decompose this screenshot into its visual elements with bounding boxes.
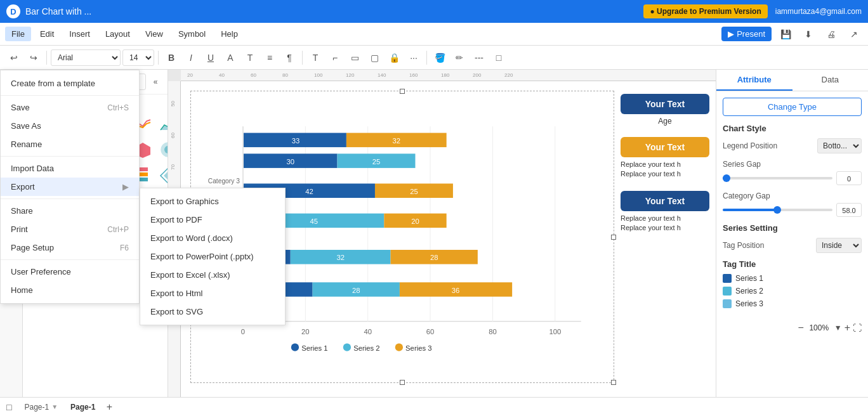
handle-top[interactable]: [400, 89, 405, 94]
fullscreen-icon[interactable]: ⛶: [853, 323, 862, 333]
export-pdf[interactable]: Export to PDF: [140, 211, 285, 229]
border-button[interactable]: □: [490, 49, 508, 67]
bold-button[interactable]: B: [162, 49, 180, 67]
svg-text:50: 50: [170, 101, 176, 107]
menu-item-file[interactable]: File: [5, 27, 31, 41]
menu-item-symbol[interactable]: Symbol: [172, 27, 212, 41]
series-1-label: Series 1: [735, 274, 763, 283]
svg-text:30: 30: [287, 158, 295, 166]
connector-button[interactable]: ⌐: [326, 49, 344, 67]
change-type-button[interactable]: Change Type: [723, 98, 862, 116]
file-menu-export[interactable]: Export ▶: [1, 178, 139, 196]
lock-button[interactable]: 🔒: [385, 49, 403, 67]
dash-button[interactable]: ---: [470, 49, 488, 67]
export-powerpoint[interactable]: Export to PowerPoint (.pptx): [140, 247, 285, 266]
series-gap-slider[interactable]: [723, 177, 832, 179]
chevron-down-icon[interactable]: ▼: [834, 323, 842, 332]
file-menu-save-as[interactable]: Save As: [1, 117, 139, 135]
file-menu-sep-4: [1, 259, 139, 260]
menu-item-insert[interactable]: Insert: [63, 27, 96, 41]
menu-item-layout[interactable]: Layout: [99, 27, 136, 41]
shape-round-button[interactable]: ▢: [365, 49, 383, 67]
svg-marker-36: [164, 171, 168, 180]
file-menu-save[interactable]: Save Ctrl+S: [1, 98, 139, 117]
file-menu-sep-1: [1, 95, 139, 96]
undo-button[interactable]: ↩: [5, 49, 23, 67]
series-gap-slider-container: 0: [723, 171, 862, 185]
upgrade-button[interactable]: ● Upgrade to Premium Version: [643, 4, 767, 18]
shape-rect-button[interactable]: ▭: [346, 49, 364, 67]
svg-text:220: 220: [504, 72, 513, 78]
series-3-color: [723, 299, 732, 308]
toolbar-sep-4: [426, 51, 427, 65]
italic-button[interactable]: I: [182, 49, 200, 67]
svg-text:33: 33: [292, 137, 300, 145]
svg-text:80: 80: [282, 72, 288, 78]
handle-bottom[interactable]: [400, 380, 405, 385]
export-graphics[interactable]: Export to Graphics: [140, 192, 285, 211]
tab-data[interactable]: Data: [792, 70, 869, 91]
underline-button[interactable]: U: [202, 49, 220, 67]
legend-position-select[interactable]: Botto... Top Left Right None: [817, 138, 862, 153]
menu-item-view[interactable]: View: [139, 27, 169, 41]
file-menu-share[interactable]: Share: [1, 202, 139, 220]
zoom-plus-icon[interactable]: +: [845, 322, 850, 334]
svg-text:40: 40: [219, 72, 225, 78]
export-html[interactable]: Export to Html: [140, 284, 285, 302]
menu-item-edit[interactable]: Edit: [34, 27, 60, 41]
present-button[interactable]: ▶ Present: [721, 27, 772, 41]
more-button[interactable]: ···: [405, 49, 423, 67]
redo-button[interactable]: ↪: [25, 49, 43, 67]
handle-right[interactable]: [611, 235, 616, 240]
text-button[interactable]: T: [241, 49, 259, 67]
shape-item[interactable]: [157, 139, 168, 160]
present-icon: ▶: [728, 29, 734, 39]
page-tab-arrow-icon[interactable]: ▼: [51, 403, 58, 410]
file-menu-print[interactable]: Print Ctrl+P: [1, 220, 139, 238]
file-menu-sep-3: [1, 198, 139, 199]
menu-item-help[interactable]: Help: [214, 27, 244, 41]
tag-position-select[interactable]: Inside Outside None: [816, 238, 862, 253]
text-card-1: Your Text Age: [621, 94, 709, 126]
series-2-color: [723, 287, 732, 296]
tab-attribute[interactable]: Attribute: [716, 70, 792, 91]
text-box-button[interactable]: T: [306, 49, 324, 67]
file-menu-rename[interactable]: Rename: [1, 135, 139, 153]
line-button[interactable]: ✏: [450, 49, 468, 67]
paragraph-button[interactable]: ¶: [280, 49, 298, 67]
tag-position-row: Tag Position Inside Outside None: [723, 238, 862, 253]
font-size-select[interactable]: 14: [122, 49, 154, 66]
font-family-select[interactable]: Arial: [51, 49, 121, 66]
series-setting-title: Series Setting: [723, 223, 862, 233]
file-menu-create[interactable]: Create from a template: [1, 74, 139, 93]
zoom-minus-icon[interactable]: −: [798, 322, 803, 334]
category-gap-slider[interactable]: [723, 209, 832, 211]
collapse-icon[interactable]: «: [148, 75, 162, 89]
print-icon[interactable]: 🖨: [822, 25, 840, 43]
file-menu-home[interactable]: Home: [1, 281, 139, 299]
text-card-3-subtitle: Replace your text hReplace your text h: [621, 214, 709, 233]
add-page-button[interactable]: +: [103, 401, 115, 413]
series-gap-thumb[interactable]: [723, 174, 730, 182]
text-card-2-title: Your Text: [621, 137, 709, 157]
fill-button[interactable]: 🪣: [431, 49, 449, 67]
category-gap-thumb[interactable]: [773, 206, 781, 214]
download-icon[interactable]: ⬇: [799, 25, 817, 43]
shape-item[interactable]: [157, 164, 168, 186]
shape-item[interactable]: [157, 114, 168, 135]
align-button[interactable]: ≡: [261, 49, 279, 67]
export-excel[interactable]: Export to Excel (.xlsx): [140, 266, 285, 284]
export-arrow-icon: ▶: [122, 182, 129, 192]
font-color-button[interactable]: A: [221, 49, 239, 67]
text-card-3-title: Your Text: [621, 191, 709, 211]
handle-bottom-right[interactable]: [611, 380, 616, 385]
page-1-tab[interactable]: Page-1 ▼: [19, 401, 63, 413]
file-menu-user-pref[interactable]: User Preference: [1, 263, 139, 281]
export-word[interactable]: Export to Word (.docx): [140, 229, 285, 247]
file-menu-page-setup[interactable]: Page Setup F6: [1, 238, 139, 257]
export-svg[interactable]: Export to SVG: [140, 302, 285, 321]
save-icon[interactable]: 💾: [777, 25, 794, 43]
share-icon[interactable]: ↗: [845, 25, 863, 43]
app-title: Bar Chart with ...: [25, 6, 91, 16]
file-menu-import[interactable]: Import Data: [1, 159, 139, 178]
